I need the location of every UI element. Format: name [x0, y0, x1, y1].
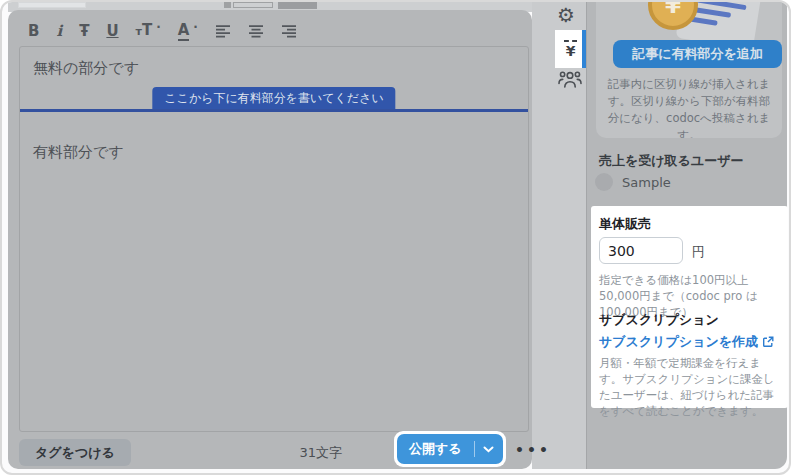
paid-part-text[interactable]: 有料部分です — [33, 143, 124, 162]
price-input[interactable] — [599, 237, 683, 264]
chevron-down-icon — [483, 446, 494, 453]
seller-user-name: Sample — [622, 175, 671, 190]
formatting-toolbar: B i Ŧ U тT · A · — [28, 20, 297, 42]
promo-card: ¥ 記事に有料部分を追加 記事内に区切り線が挿入されます。区切り線から下部が有料… — [596, 0, 782, 138]
subscription-heading: サブスクリプション — [599, 311, 719, 329]
publish-dropdown-button[interactable] — [475, 446, 503, 453]
italic-icon[interactable]: i — [56, 20, 62, 42]
currency-label: 円 — [692, 243, 705, 261]
paywall-divider-label: ここから下に有料部分を書いてください — [152, 87, 395, 109]
cutoff-element — [278, 2, 317, 9]
pricing-spotlight-box: 単体販売 円 指定できる価格は100円以上50,000円まで（codoc pro… — [591, 206, 788, 408]
align-right-icon[interactable] — [281, 25, 297, 38]
editor-screen: B i Ŧ U тT · A · 無料の部分です ここから下に有料 — [0, 0, 791, 475]
tab-paid-content[interactable]: ¥ — [555, 30, 586, 68]
more-options-button[interactable]: ••• — [515, 442, 551, 458]
add-tag-button[interactable]: タグをつける — [19, 439, 131, 466]
character-count: 31文字 — [242, 444, 342, 462]
publish-split-button: 公開する — [397, 434, 503, 464]
strikethrough-icon[interactable]: Ŧ — [79, 20, 89, 42]
seller-user-row[interactable]: Sample — [595, 173, 671, 191]
users-group-icon — [558, 70, 582, 89]
editor-card: B i Ŧ U тT · A · 無料の部分です ここから下に有料 — [8, 10, 532, 469]
font-size-icon[interactable]: тT — [136, 19, 153, 43]
single-sale-heading: 単体販売 — [599, 215, 651, 233]
bold-icon[interactable]: B — [28, 20, 39, 42]
publish-button-spotlight: 公開する — [394, 431, 506, 467]
paywall-divider-line — [20, 109, 528, 112]
create-subscription-link[interactable]: サブスクリプションを作成 — [599, 333, 774, 351]
article-body-editor[interactable]: 無料の部分です ここから下に有料部分を書いてください 有料部分です — [19, 46, 529, 432]
avatar — [595, 173, 613, 191]
subscription-description: 月額・年額で定期課金を行えます。サブスクリプションに課金したユーザーは、紐づけら… — [599, 355, 784, 419]
text-color-dropdown-dot: · — [193, 20, 198, 34]
paid-content-panel: ¥ 記事に有料部分を追加 記事内に区切り線が挿入されます。区切り線から下部が有料… — [586, 2, 787, 469]
publish-button[interactable]: 公開する — [397, 440, 474, 458]
align-center-icon[interactable] — [248, 25, 264, 38]
settings-gear-icon[interactable]: ⚙ — [557, 3, 575, 27]
add-paid-section-button[interactable]: 記事に有料部分を追加 — [613, 40, 782, 68]
cutoff-element — [224, 2, 231, 8]
cutoff-element — [233, 2, 273, 8]
yen-icon: ¥ — [566, 43, 576, 59]
external-link-icon — [762, 336, 774, 348]
font-size-dropdown-dot: · — [156, 20, 161, 34]
text-color-icon[interactable]: A — [178, 22, 190, 41]
align-left-icon[interactable] — [215, 25, 231, 38]
add-paid-section-description: 記事内に区切り線が挿入されます。区切り線から下部が有料部分になり、codocへ投… — [606, 76, 772, 138]
free-part-text[interactable]: 無料の部分です — [33, 59, 139, 78]
tab-users[interactable] — [558, 70, 582, 93]
paywall-dash-icon — [564, 40, 577, 42]
cutoff-element — [18, 2, 86, 8]
seller-heading: 売上を受け取るユーザー — [599, 152, 744, 170]
underline-icon[interactable]: U — [106, 20, 118, 42]
